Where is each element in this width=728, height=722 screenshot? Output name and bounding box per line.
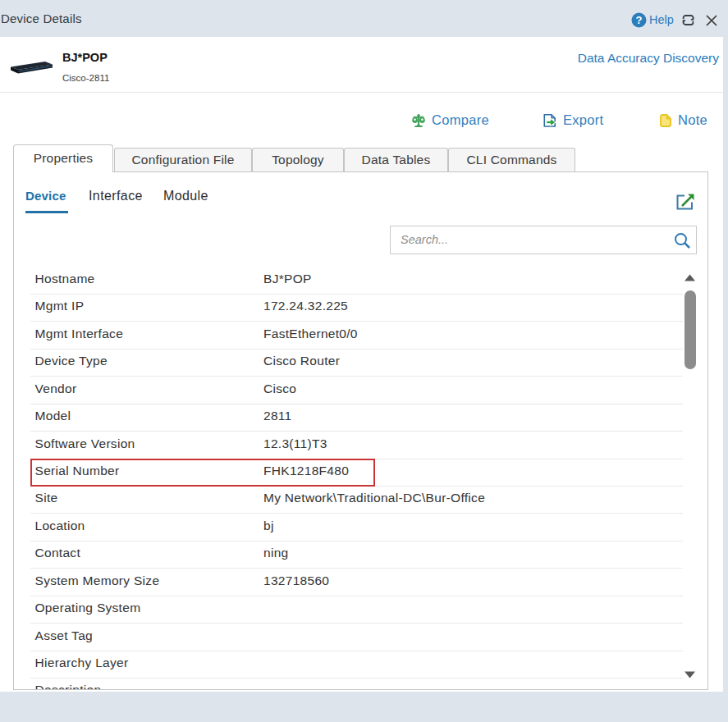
svg-text:?: ? xyxy=(636,14,643,26)
